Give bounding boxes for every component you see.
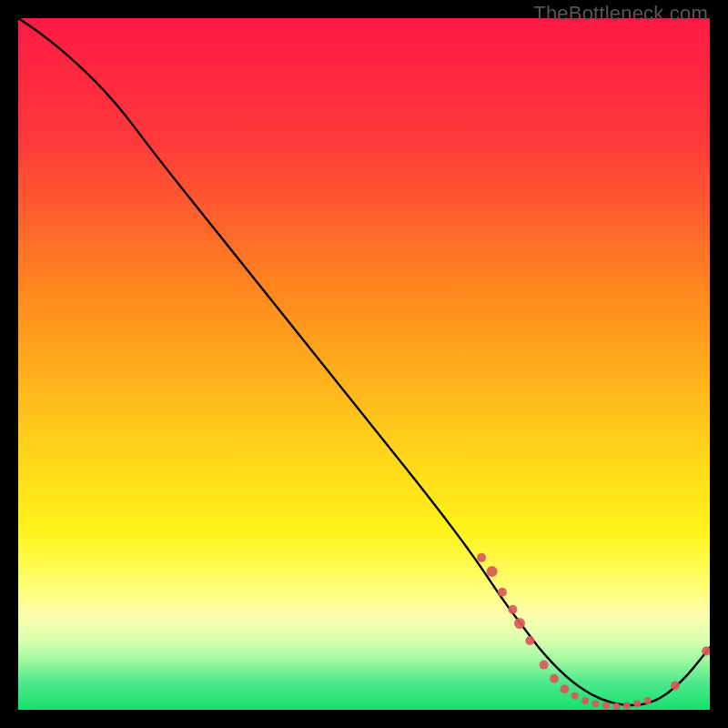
data-marker [623, 702, 631, 709]
data-marker [571, 693, 579, 700]
data-marker [508, 605, 517, 614]
data-marker [477, 553, 486, 562]
bottleneck-chart [18, 18, 710, 710]
data-marker [671, 681, 680, 690]
data-marker [581, 697, 589, 704]
data-marker [612, 703, 620, 710]
data-marker [514, 618, 525, 629]
data-marker [540, 661, 549, 670]
data-marker [633, 700, 641, 707]
data-marker [560, 684, 569, 693]
data-marker [525, 636, 534, 645]
data-marker [550, 674, 559, 683]
watermark-text: TheBottleneck.com [533, 2, 708, 25]
data-marker [644, 697, 652, 704]
data-marker [498, 588, 507, 597]
data-marker [592, 700, 600, 707]
gradient-background [18, 18, 710, 710]
data-marker [487, 566, 498, 577]
data-marker [602, 702, 610, 709]
